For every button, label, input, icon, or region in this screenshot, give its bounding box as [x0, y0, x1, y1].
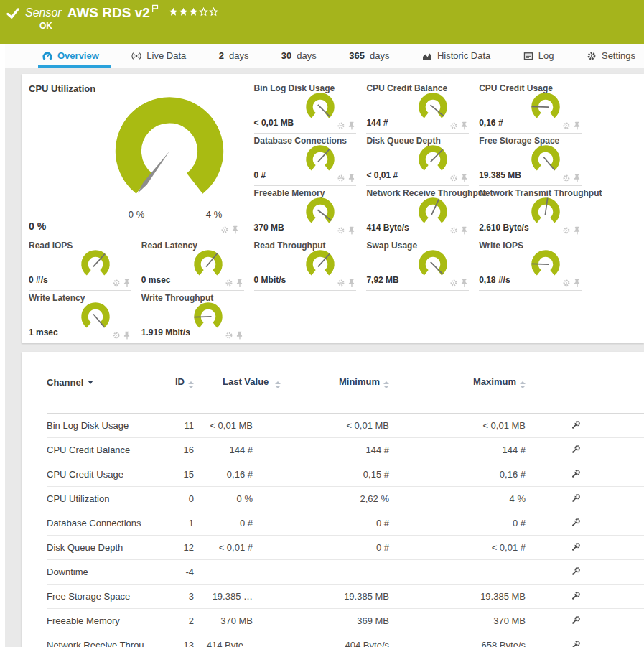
- cell-last-value: 0 #: [194, 518, 253, 529]
- gear-icon[interactable]: [562, 121, 571, 130]
- pin-icon[interactable]: [231, 225, 240, 234]
- gear-icon[interactable]: [337, 226, 345, 235]
- table-row[interactable]: CPU Credit Usage 15 0,16 # 0,15 # 0,16 #: [47, 462, 644, 487]
- gear-icon[interactable]: [112, 279, 121, 287]
- channel-settings-icon[interactable]: [571, 469, 581, 478]
- gear-icon[interactable]: [225, 331, 233, 340]
- channel-gauge: [528, 90, 563, 125]
- tab-365-days[interactable]: 365 days: [347, 44, 391, 68]
- channel-settings-icon[interactable]: [571, 444, 581, 454]
- pin-icon[interactable]: [123, 331, 131, 340]
- gear-icon[interactable]: [337, 174, 345, 182]
- gauge-cell-network-receive-throughput[interactable]: Network Receive Throughput 414 Byte/s: [366, 186, 469, 238]
- table-row[interactable]: Disk Queue Depth 12 < 0,01 # 0 # < 0,01 …: [47, 536, 644, 560]
- pin-icon[interactable]: [573, 121, 582, 130]
- gear-icon[interactable]: [562, 279, 571, 287]
- channel-settings-icon[interactable]: [571, 591, 581, 600]
- table-row[interactable]: Free Storage Space 3 19.385 … 19.385 MB …: [47, 585, 644, 609]
- tab-settings[interactable]: Settings: [585, 44, 637, 68]
- column-header-minimum[interactable]: Minimum: [253, 376, 389, 388]
- gear-icon[interactable]: [337, 279, 345, 287]
- pin-icon[interactable]: [573, 226, 582, 235]
- gauge-cell-swap-usage[interactable]: Swap Usage 7,92 MB: [366, 238, 469, 291]
- gear-icon[interactable]: [562, 174, 571, 182]
- priority-stars[interactable]: [169, 7, 218, 17]
- tab-number: 2: [219, 50, 224, 61]
- gauge-cell-cpu-credit-balance[interactable]: CPU Credit Balance 144 #: [366, 81, 469, 134]
- channel-settings-icon[interactable]: [571, 518, 581, 527]
- pin-icon[interactable]: [460, 174, 469, 182]
- cell-channel: CPU Credit Usage: [47, 469, 169, 480]
- gear-icon[interactable]: [449, 174, 458, 182]
- gauge-cell-write-latency[interactable]: Write Latency 1 msec: [29, 291, 131, 343]
- pin-icon[interactable]: [460, 226, 469, 235]
- channel-gauge-label: Write IOPS: [479, 241, 523, 251]
- channel-settings-icon[interactable]: [571, 420, 581, 429]
- tab-2-days[interactable]: 2 days: [218, 44, 251, 68]
- table-row[interactable]: CPU Utilization 0 0 % 2,62 % 4 %: [47, 487, 644, 511]
- column-header-channel[interactable]: Channel: [47, 377, 169, 388]
- table-row[interactable]: CPU Credit Balance 16 144 # 144 # 144 #: [47, 438, 644, 462]
- channel-settings-icon[interactable]: [571, 567, 581, 576]
- column-header-last-value[interactable]: Last Value: [194, 376, 253, 388]
- pin-icon[interactable]: [347, 226, 356, 235]
- gauge-cell-disk-queue-depth[interactable]: Disk Queue Depth < 0,01 #: [366, 134, 469, 186]
- tab-overview[interactable]: Overview: [41, 44, 101, 68]
- gear-icon[interactable]: [225, 279, 233, 287]
- table-row[interactable]: Bin Log Disk Usage 11 < 0,01 MB < 0,01 M…: [47, 414, 644, 438]
- gauge-cell-read-latency[interactable]: Read Latency 0 msec: [141, 238, 244, 291]
- gear-icon[interactable]: [337, 121, 345, 130]
- chart-icon: [422, 51, 432, 61]
- ok-check-icon: [6, 7, 20, 19]
- column-header-id[interactable]: ID: [169, 376, 194, 388]
- table-row[interactable]: Network Receive Throu… 13 414 Byte… 404 …: [47, 633, 644, 647]
- pin-icon[interactable]: [235, 331, 244, 340]
- gauge-cell-bin-log-disk-usage[interactable]: Bin Log Disk Usage < 0,01 MB: [254, 81, 357, 134]
- pin-icon[interactable]: [347, 174, 356, 182]
- gear-icon[interactable]: [449, 226, 458, 235]
- channel-gauge-label: Write Latency: [29, 293, 85, 303]
- gear-icon[interactable]: [449, 121, 458, 130]
- gauge-cell-cpu-credit-usage[interactable]: CPU Credit Usage 0,16 #: [479, 81, 582, 134]
- gauge-cell-free-storage-space[interactable]: Free Storage Space 19.385 MB: [479, 134, 582, 186]
- gauge-cell-network-transmit-throughput[interactable]: Network Transmit Throughput 2.610 Byte/s: [479, 186, 582, 238]
- cell-minimum: 0 #: [253, 518, 389, 529]
- channel-settings-icon[interactable]: [571, 615, 581, 625]
- pin-icon[interactable]: [347, 121, 356, 130]
- gauge-cell-database-connections[interactable]: Database Connections 0 #: [254, 134, 357, 186]
- gauge-cell-write-throughput[interactable]: Write Throughput 1.919 Mbit/s: [141, 291, 244, 343]
- pin-icon[interactable]: [573, 279, 582, 287]
- gear-icon[interactable]: [112, 331, 121, 340]
- channel-settings-icon[interactable]: [571, 542, 581, 551]
- cpu-utilization-gauge-cell[interactable]: CPU Utilization 0 % 4 % 0 %: [29, 81, 244, 238]
- cell-id: 16: [169, 444, 194, 455]
- gear-icon[interactable]: [220, 225, 229, 234]
- table-row[interactable]: Database Connections 1 0 # 0 # 0 #: [47, 511, 644, 536]
- tab-historic-data[interactable]: Historic Data: [421, 44, 492, 68]
- pin-icon[interactable]: [460, 121, 469, 130]
- gear-icon[interactable]: [449, 279, 458, 287]
- table-row[interactable]: Freeable Memory 2 370 MB 369 MB 370 MB: [47, 609, 644, 633]
- tab-30-days[interactable]: 30 days: [280, 44, 318, 68]
- pin-icon[interactable]: [235, 279, 244, 287]
- pin-icon[interactable]: [347, 279, 356, 287]
- channel-gauge: [303, 143, 337, 177]
- gear-icon[interactable]: [562, 226, 571, 235]
- tab-log[interactable]: Log: [522, 44, 556, 68]
- gauge-cell-read-iops[interactable]: Read IOPS 0 #/s: [29, 238, 131, 291]
- pin-icon[interactable]: [573, 174, 582, 182]
- gauge-cell-freeable-memory[interactable]: Freeable Memory 370 MB: [254, 186, 357, 238]
- gauge-cell-read-throughput[interactable]: Read Throughput 0 Mbit/s: [254, 238, 357, 291]
- flag-icon[interactable]: [151, 4, 159, 13]
- channel-gauge-value: 2.610 Byte/s: [479, 223, 528, 233]
- channel-settings-icon[interactable]: [571, 493, 581, 503]
- pin-icon[interactable]: [460, 279, 469, 287]
- channel-settings-icon[interactable]: [571, 640, 581, 647]
- table-row[interactable]: Downtime -4: [47, 560, 644, 585]
- pin-icon[interactable]: [123, 279, 131, 287]
- column-header-maximum[interactable]: Maximum: [389, 376, 526, 388]
- gauge-cell-write-iops[interactable]: Write IOPS 0,18 #/s: [479, 238, 582, 291]
- tab-live-data[interactable]: Live Data: [130, 44, 187, 68]
- sensor-header: Sensor AWS RDS v2 OK: [0, 0, 644, 44]
- channel-gauge: [191, 248, 225, 282]
